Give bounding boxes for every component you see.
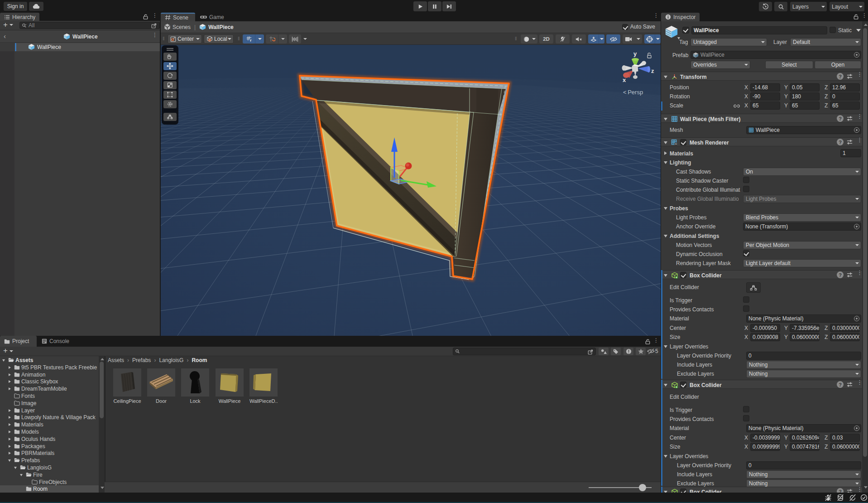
svg-text:Y: Y: [249, 39, 251, 42]
svg-text:y: y: [633, 50, 637, 57]
svg-text:< Persp: < Persp: [623, 89, 643, 96]
svg-text:z: z: [651, 68, 654, 74]
svg-text:x: x: [623, 77, 626, 83]
